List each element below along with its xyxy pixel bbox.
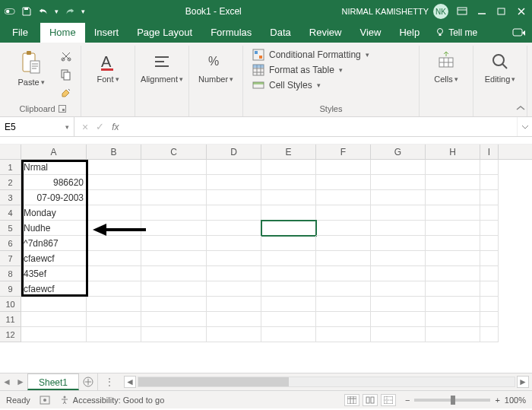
cell-G11[interactable]: [371, 312, 426, 327]
redo-icon[interactable]: [65, 6, 75, 17]
cell-I1[interactable]: [480, 160, 499, 175]
cell-F3[interactable]: [316, 190, 371, 205]
cell-F8[interactable]: [316, 266, 371, 281]
cell-E1[interactable]: [261, 160, 316, 175]
copy-button[interactable]: [58, 67, 74, 82]
cell-B4[interactable]: [87, 205, 141, 221]
format-painter-button[interactable]: [58, 85, 74, 100]
colhdr-G[interactable]: G: [371, 145, 426, 159]
undo-icon[interactable]: [38, 6, 49, 17]
zoom-value[interactable]: 100%: [505, 396, 526, 405]
hscroll-thumb[interactable]: [138, 377, 289, 386]
cell-B1[interactable]: [87, 160, 141, 175]
cell-I7[interactable]: [480, 251, 499, 266]
ribbon-display-options-icon[interactable]: [456, 5, 468, 17]
tab-view[interactable]: View: [350, 23, 390, 43]
sheet-nav-prev[interactable]: ◄: [0, 373, 14, 390]
cell-E11[interactable]: [261, 312, 316, 327]
cell-D7[interactable]: [207, 251, 261, 266]
cell-D10[interactable]: [207, 297, 261, 312]
zoom-out-icon[interactable]: −: [405, 396, 410, 405]
zoom-in-icon[interactable]: +: [495, 396, 499, 405]
colhdr-D[interactable]: D: [207, 145, 261, 159]
autosave-toggle-icon[interactable]: [5, 6, 15, 17]
cell-A9[interactable]: cfaewcf: [21, 281, 87, 297]
cell-B6[interactable]: [87, 236, 141, 251]
cell-F1[interactable]: [316, 160, 371, 175]
cells-button[interactable]: Cells▾: [426, 47, 467, 87]
cell-F10[interactable]: [316, 297, 371, 312]
zoom-slider-track[interactable]: [414, 399, 490, 402]
sheet-nav-next[interactable]: ►: [14, 373, 27, 390]
cell-H6[interactable]: [426, 236, 480, 251]
clipboard-dialog-launcher[interactable]: [59, 105, 66, 113]
new-sheet-button[interactable]: [79, 377, 97, 387]
cell-B2[interactable]: [87, 175, 141, 190]
editing-button[interactable]: Editing▾: [480, 47, 521, 87]
cell-B12[interactable]: [87, 327, 141, 342]
cell-H4[interactable]: [426, 205, 480, 221]
conditional-formatting-button[interactable]: Conditional Formatting▾: [252, 49, 369, 61]
zoom-slider-thumb[interactable]: [451, 396, 455, 405]
cell-A6[interactable]: ^7dn867: [21, 236, 87, 251]
hscroll-right-icon[interactable]: ►: [517, 376, 529, 388]
cell-A12[interactable]: [21, 327, 87, 342]
cell-B8[interactable]: [87, 266, 141, 281]
cell-G9[interactable]: [371, 281, 426, 297]
cell-C11[interactable]: [141, 312, 207, 327]
view-page-layout-icon[interactable]: [363, 394, 378, 406]
cell-A4[interactable]: Monday: [21, 205, 87, 221]
view-normal-icon[interactable]: [344, 394, 359, 406]
cell-B10[interactable]: [87, 297, 141, 312]
cell-H5[interactable]: [426, 221, 480, 236]
cell-E10[interactable]: [261, 297, 316, 312]
minimize-icon[interactable]: [476, 5, 488, 17]
cell-C9[interactable]: [141, 281, 207, 297]
select-all-corner[interactable]: [0, 145, 21, 159]
cell-H2[interactable]: [426, 175, 480, 190]
cell-D12[interactable]: [207, 327, 261, 342]
rowhdr-5[interactable]: 5: [0, 221, 21, 236]
cell-C2[interactable]: [141, 175, 207, 190]
cell-E8[interactable]: [261, 266, 316, 281]
cell-G5[interactable]: [371, 221, 426, 236]
cell-F2[interactable]: [316, 175, 371, 190]
undo-dropdown-icon[interactable]: ▾: [55, 8, 59, 15]
cell-A5[interactable]: Nudhe: [21, 221, 87, 236]
cell-B3[interactable]: [87, 190, 141, 205]
cell-B9[interactable]: [87, 281, 141, 297]
formula-input[interactable]: [131, 117, 517, 136]
cell-A2[interactable]: 986620: [21, 175, 87, 190]
hscroll-track[interactable]: [138, 377, 515, 387]
cell-E5[interactable]: [261, 221, 316, 236]
cell-I11[interactable]: [480, 312, 499, 327]
cell-A1[interactable]: Nrmal: [21, 160, 87, 175]
cell-E3[interactable]: [261, 190, 316, 205]
cell-F5[interactable]: [316, 221, 371, 236]
cell-C10[interactable]: [141, 297, 207, 312]
rowhdr-12[interactable]: 12: [0, 327, 21, 342]
close-icon[interactable]: [515, 5, 527, 17]
colhdr-A[interactable]: A: [21, 145, 87, 159]
tab-data[interactable]: Data: [261, 23, 299, 43]
cell-I3[interactable]: [480, 190, 499, 205]
cell-D8[interactable]: [207, 266, 261, 281]
cell-F6[interactable]: [316, 236, 371, 251]
rowhdr-2[interactable]: 2: [0, 175, 21, 190]
cell-H7[interactable]: [426, 251, 480, 266]
cell-I9[interactable]: [480, 281, 499, 297]
cell-G2[interactable]: [371, 175, 426, 190]
cell-C8[interactable]: [141, 266, 207, 281]
tab-page-layout[interactable]: Page Layout: [128, 23, 201, 43]
tab-help[interactable]: Help: [390, 23, 429, 43]
cell-I2[interactable]: [480, 175, 499, 190]
cell-D5[interactable]: [207, 221, 261, 236]
rowhdr-8[interactable]: 8: [0, 266, 21, 281]
cell-E4[interactable]: [261, 205, 316, 221]
cell-D1[interactable]: [207, 160, 261, 175]
enter-formula-icon[interactable]: ✓: [96, 121, 104, 132]
colhdr-B[interactable]: B: [87, 145, 141, 159]
cell-H12[interactable]: [426, 327, 480, 342]
cell-F7[interactable]: [316, 251, 371, 266]
cell-H10[interactable]: [426, 297, 480, 312]
